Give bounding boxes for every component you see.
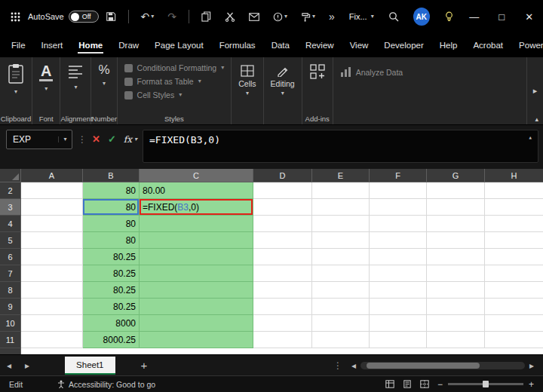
cell-F10[interactable] <box>370 315 427 332</box>
cell-B9[interactable]: 80.25 <box>83 299 140 315</box>
zoom-out-icon[interactable]: − <box>437 380 443 389</box>
formula-input[interactable]: =FIXED(B3,0) ▴ <box>143 130 538 163</box>
cut-button[interactable] <box>225 11 235 22</box>
cell-E5[interactable] <box>312 232 370 249</box>
column-header-H[interactable]: H <box>485 169 543 182</box>
cell-C3-editing[interactable]: =FIXED(B3,0) <box>140 199 253 216</box>
column-header-C[interactable]: C <box>140 169 253 182</box>
menu-home[interactable]: Home <box>78 36 103 54</box>
cell-B3-referenced[interactable]: 80 <box>83 199 140 216</box>
cell-B7[interactable]: 80.25 <box>83 265 140 282</box>
cell-H4[interactable] <box>485 216 543 232</box>
row-header-6[interactable]: 6 <box>0 249 21 265</box>
row-header-11[interactable]: 11 <box>0 332 21 348</box>
menu-draw[interactable]: Draw <box>118 36 140 54</box>
minimize-button[interactable]: — <box>461 0 488 33</box>
row-header-9[interactable]: 9 <box>0 299 21 315</box>
cell-F3[interactable] <box>370 199 427 216</box>
cell-G3[interactable] <box>427 199 485 216</box>
cell-A9[interactable] <box>21 299 83 315</box>
row-header-5[interactable]: 5 <box>0 232 21 249</box>
cell-A5[interactable] <box>21 232 83 249</box>
app-launcher-icon[interactable] <box>11 12 20 22</box>
column-header-A[interactable]: A <box>21 169 83 182</box>
analyze-data-button[interactable]: Analyze Data <box>340 63 403 78</box>
cell-B11[interactable]: 8000.25 <box>83 332 140 348</box>
column-header-D[interactable]: D <box>253 169 312 182</box>
normal-view-icon[interactable] <box>385 380 394 388</box>
column-header-E[interactable]: E <box>312 169 370 182</box>
cell-D6[interactable] <box>253 249 312 265</box>
format-as-table-button[interactable]: Format as Table ▾ <box>124 77 201 86</box>
cell-G2[interactable] <box>427 182 485 199</box>
menu-help[interactable]: Help <box>439 36 459 54</box>
cell-H9[interactable] <box>485 299 543 315</box>
cell-B8[interactable]: 80.25 <box>83 282 140 299</box>
sensitivity-button[interactable]: ▾ <box>273 12 287 22</box>
cell-G4[interactable] <box>427 216 485 232</box>
cell-styles-button[interactable]: Cell Styles ▾ <box>124 90 183 100</box>
cell-B4[interactable]: 80 <box>83 216 140 232</box>
enter-formula-button[interactable]: ✓ <box>108 133 116 145</box>
menu-developer[interactable]: Developer <box>383 36 424 54</box>
cell-H2[interactable] <box>485 182 543 199</box>
lightbulb-icon[interactable] <box>444 11 454 22</box>
column-header-B[interactable]: B <box>83 169 140 182</box>
cell-E10[interactable] <box>312 315 370 332</box>
cell-D9[interactable] <box>253 299 312 315</box>
collapse-ribbon-icon[interactable]: ▴ <box>535 115 538 123</box>
number-format-button[interactable]: % ▾ <box>98 63 109 87</box>
cell-E8[interactable] <box>312 282 370 299</box>
scroll-left-icon[interactable]: ◂ <box>350 360 357 371</box>
cells-button[interactable]: Cells ▾ <box>238 63 256 96</box>
undo-button[interactable]: ↶▾ <box>141 11 155 22</box>
scroll-right-icon[interactable]: ▸ <box>528 360 535 371</box>
sheet-nav-left-icon[interactable]: ◂ <box>0 360 18 371</box>
cell-D2[interactable] <box>253 182 312 199</box>
cell-H10[interactable] <box>485 315 543 332</box>
cell-A8[interactable] <box>21 282 83 299</box>
addins-button[interactable] <box>309 63 326 80</box>
cell-B2[interactable]: 80 <box>83 182 140 199</box>
cell-A3[interactable] <box>21 199 83 216</box>
cell-A7[interactable] <box>21 265 83 282</box>
row-header-2[interactable]: 2 <box>0 182 21 199</box>
copy-button[interactable] <box>201 11 211 22</box>
page-break-view-icon[interactable] <box>420 380 429 388</box>
page-layout-view-icon[interactable] <box>403 380 412 388</box>
cancel-formula-button[interactable]: ✕ <box>92 133 100 145</box>
column-header-G[interactable]: G <box>427 169 485 182</box>
name-box[interactable]: EXP ▾ <box>6 130 72 149</box>
cell-C4[interactable] <box>140 216 253 232</box>
editing-button[interactable]: Editing ▾ <box>271 63 295 96</box>
menu-insert[interactable]: Insert <box>41 36 64 54</box>
row-header-4[interactable]: 4 <box>0 216 21 232</box>
zoom-in-icon[interactable]: + <box>529 380 534 389</box>
scrollbar-thumb[interactable] <box>367 363 480 369</box>
font-button[interactable]: A ▾ <box>39 63 53 92</box>
accessibility-status[interactable]: Accessibility: Good to go <box>57 380 155 389</box>
cell-E11[interactable] <box>312 332 370 348</box>
cell-F4[interactable] <box>370 216 427 232</box>
cell-D11[interactable] <box>253 332 312 348</box>
cell-A2[interactable] <box>21 182 83 199</box>
cell-D7[interactable] <box>253 265 312 282</box>
conditional-formatting-button[interactable]: Conditional Formatting ▾ <box>124 63 225 72</box>
sheet-nav-right-icon[interactable]: ▸ <box>18 360 36 371</box>
row-header-8[interactable]: 8 <box>0 282 21 299</box>
cell-E4[interactable] <box>312 216 370 232</box>
autosave-control[interactable]: AutoSave Off <box>28 11 99 23</box>
scrollbar-track[interactable] <box>360 362 525 369</box>
cell-E3[interactable] <box>312 199 370 216</box>
sheet-bar-options-icon[interactable]: ⋮ <box>333 360 342 371</box>
redo-button[interactable]: ↷ <box>167 11 176 22</box>
cell-F2[interactable] <box>370 182 427 199</box>
save-button[interactable] <box>106 11 116 22</box>
cell-H3[interactable] <box>485 199 543 216</box>
cell-C6[interactable] <box>140 249 253 265</box>
mail-button[interactable] <box>249 13 259 21</box>
cell-D4[interactable] <box>253 216 312 232</box>
menu-review[interactable]: Review <box>305 36 335 54</box>
clipboard-button[interactable]: ▾ <box>7 63 25 95</box>
cell-D3[interactable] <box>253 199 312 216</box>
